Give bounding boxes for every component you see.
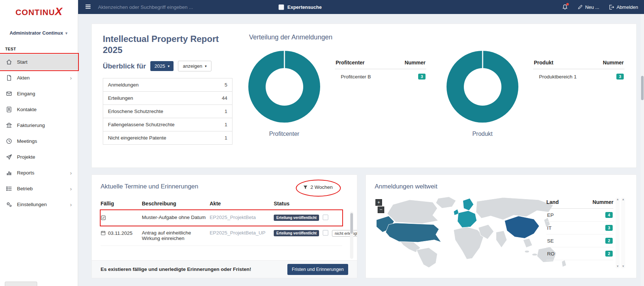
count-badge: 3 [605, 225, 613, 231]
sidebar-item-kontakte[interactable]: Kontakte [0, 102, 78, 117]
map-region-island [525, 250, 529, 253]
scroll-up-icon[interactable]: ▲ [622, 198, 625, 201]
sidebar-section-label: TEST [5, 47, 78, 51]
expert-search-checkbox[interactable] [279, 4, 284, 10]
bank-icon [6, 122, 12, 128]
column-header: Akte [210, 201, 271, 206]
new-button[interactable]: Neu ... [578, 4, 599, 10]
zoom-out-button[interactable]: − [378, 206, 384, 213]
table-row[interactable]: 03.11.2025 Antrag auf einheitliche Wirku… [101, 226, 342, 246]
zoom-in-button[interactable]: + [375, 199, 382, 206]
stat-value: 1 [224, 135, 227, 141]
report-summary: Intellectual Property Report 2025 Überbl… [103, 33, 234, 167]
show-select[interactable]: anzeigen [178, 61, 211, 71]
akte-link[interactable]: EP2025_ProjektBeta [210, 215, 271, 220]
chevron-right-icon: › [70, 170, 72, 176]
hamburger-menu-icon[interactable] [85, 3, 92, 11]
table-row[interactable]: Nicht eingereichte Patente1 [103, 131, 232, 145]
sidebar-item-eingang[interactable]: Eingang [0, 86, 78, 102]
chevron-right-icon: › [70, 202, 72, 207]
donut-chart-produkt[interactable] [447, 51, 518, 123]
donut-notch [482, 51, 483, 69]
sidebar-item-projekte[interactable]: Projekte [0, 149, 78, 165]
sidebar-item-reports[interactable]: Reports › [0, 165, 78, 181]
column-header: Fällig [101, 201, 139, 206]
chart-caption: Produkt [447, 131, 518, 137]
report-card: Intellectual Property Report 2025 Überbl… [91, 24, 637, 168]
logout-button[interactable]: Abmelden [609, 4, 638, 10]
gears-icon [6, 201, 12, 208]
country-code: IT [547, 225, 552, 231]
sidebar-item-fakturierung[interactable]: Fakturierung [0, 117, 78, 133]
home-icon [6, 59, 12, 65]
country-code: RO [547, 251, 554, 257]
done-checkbox[interactable] [323, 230, 328, 236]
list-icon [6, 186, 12, 192]
akte-link[interactable]: EP2025_ProjektBeta_UP [210, 230, 271, 236]
table-row[interactable]: Erloschene Schutzrechte1 [103, 105, 232, 118]
year-select[interactable]: 2025 [150, 61, 174, 71]
table-row[interactable]: Produktbereich 1 3 [533, 69, 624, 80]
sidebar-item-label: Projekte [17, 154, 35, 160]
sidebar-item-meetings[interactable]: Meetings [0, 133, 78, 149]
donut-chart-profitcenter[interactable] [248, 51, 320, 123]
table-row[interactable]: Muster-Aufgabe ohne Datum EP2025_Projekt… [101, 210, 342, 226]
timeframe-filter-button[interactable]: 2 Wochen [303, 184, 333, 190]
notifications-button[interactable] [562, 4, 568, 10]
map-region-india [496, 231, 507, 248]
count-badge: 4 [605, 212, 613, 218]
user-menu[interactable]: Administrator Continux▼ [0, 30, 78, 36]
produkt-table: Produkt Nummer Produktbereich 1 3 [533, 58, 624, 80]
table-row[interactable]: Erteilungen44 [103, 92, 232, 105]
page-scrollbar[interactable] [641, 14, 644, 286]
expert-search: Expertensuche [279, 4, 322, 10]
status-select[interactable]: nicht erledigt [332, 230, 357, 237]
status-cell: Erteilung veröffentlicht nicht erledigt [274, 230, 357, 237]
report-stats-table: Anmeldungen5 Erteilungen44 Erloschene Sc… [103, 78, 232, 145]
table-row[interactable]: Anmeldungen5 [103, 78, 232, 92]
scroll-down-icon[interactable]: ▼ [622, 265, 625, 268]
task-description: Muster-Aufgabe ohne Datum [142, 215, 207, 220]
table-row[interactable]: EP 4 [546, 209, 613, 222]
appointments-scrollbar[interactable] [350, 212, 353, 259]
chart-caption: Profitcenter [248, 131, 320, 137]
table-row[interactable]: Profitcenter B 3 [335, 69, 426, 80]
sidebar-item-label: Kontakte [17, 107, 36, 112]
user-menu-label: Administrator Continux [10, 30, 63, 36]
sidebar-item-label: Start [17, 59, 28, 65]
donut-notch [284, 51, 285, 69]
notification-dot [566, 3, 569, 6]
expert-search-label: Expertensuche [287, 4, 322, 10]
sidebar-item-start[interactable]: Start [0, 54, 78, 70]
scroll-up-icon[interactable]: ▲ [616, 198, 619, 201]
scrollbar-thumb[interactable] [641, 76, 644, 100]
table-row[interactable]: IT 3 [546, 222, 613, 234]
table-row[interactable]: Fallengelassene Schutzrechte1 [103, 118, 232, 131]
done-checkbox[interactable] [323, 215, 328, 220]
map-region-new-zealand [562, 260, 567, 267]
map-region-south-america [417, 248, 438, 268]
table-row[interactable]: RO 2 [546, 247, 613, 260]
footer-warning-text: Es existieren fällige und unerledigte Er… [101, 266, 251, 272]
logout-button-label: Abmelden [616, 4, 638, 10]
deadlines-button[interactable]: Fristen und Erinnerungen [287, 264, 348, 275]
table-row[interactable]: SE 2 [546, 234, 613, 247]
appointments-card: Aktuelle Termine und Erinnerungen 2 Woch… [91, 174, 357, 278]
scrollbar[interactable]: ▲ ▼ [621, 198, 625, 268]
sidebar-item-betrieb[interactable]: Betrieb › [0, 181, 78, 197]
scrollbar-thumb[interactable] [350, 213, 353, 234]
filter-icon [303, 185, 308, 190]
logo-x: X [55, 5, 62, 17]
worldwide-scrollbars: ▲ ▼ ▲ ▼ [616, 198, 625, 268]
appointments-footer: Es existieren fällige und unerledigte Er… [92, 260, 357, 278]
year-select-value: 2025 [154, 63, 165, 69]
scrollbar[interactable]: ▲ ▼ [616, 198, 620, 268]
world-map[interactable] [372, 196, 573, 271]
distribution-charts: Profitcenter Profitcenter Nummer Profitc… [248, 51, 627, 137]
sidebar-item-akten[interactable]: Akten › [0, 70, 78, 86]
scroll-down-icon[interactable]: ▼ [616, 265, 619, 268]
chevron-right-icon: › [70, 75, 72, 81]
distribution-title: Verteilung der Anmeldungen [249, 33, 627, 41]
search-input[interactable] [98, 4, 253, 10]
sidebar-item-einstellungen[interactable]: Einstellungen › [0, 197, 78, 212]
